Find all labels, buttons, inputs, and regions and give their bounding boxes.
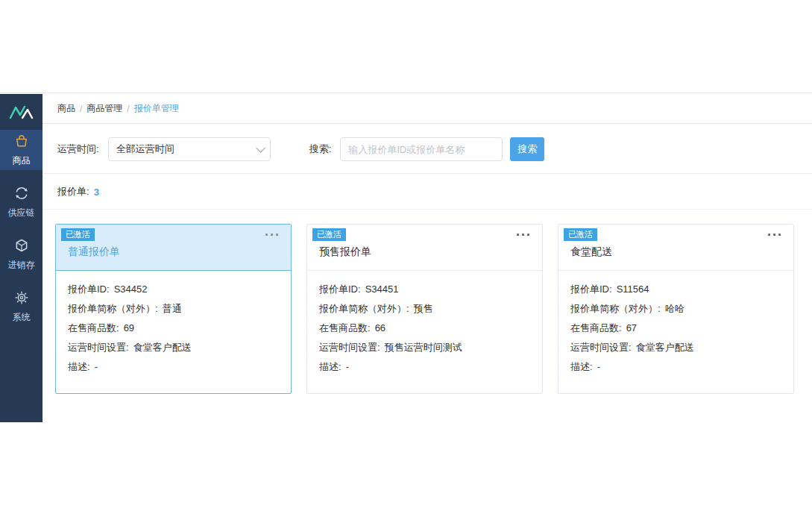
field-label: 报价单ID: — [319, 280, 361, 299]
field-operation-time: 运营时间设置: 预售运营时间测试 — [319, 338, 530, 357]
field-goods-count: 在售商品数: 69 — [68, 319, 279, 338]
search-input[interactable] — [340, 137, 503, 161]
main-content: 商品 / 商品管理 / 报价单管理 运营时间: 全部运营时间 搜索: 搜索 报价… — [43, 94, 812, 409]
field-value: - — [346, 357, 349, 377]
field-label: 报价单简称（对外）: — [68, 299, 158, 319]
field-label: 在售商品数: — [570, 319, 622, 338]
field-value: - — [95, 357, 98, 377]
breadcrumb-item-goods[interactable]: 商品 — [57, 102, 75, 115]
filter-bar: 运营时间: 全部运营时间 搜索: 搜索 — [43, 124, 812, 174]
breadcrumb-separator: / — [127, 104, 129, 114]
field-short-name: 报价单简称（对外）: 普通 — [68, 299, 279, 319]
quotation-count-row: 报价单: 3 — [43, 174, 812, 210]
operation-time-selected-value: 全部运营时间 — [116, 142, 174, 156]
card-title: 食堂配送 — [570, 245, 612, 259]
field-value: 食堂客户配送 — [636, 338, 694, 357]
sidebar-item-goods[interactable]: 商品 — [0, 130, 43, 170]
quotation-count-value: 3 — [94, 187, 99, 198]
more-options-icon[interactable]: ··· — [265, 228, 280, 243]
inventory-cube-icon — [14, 238, 29, 256]
field-value: S34452 — [114, 280, 148, 299]
field-label: 报价单ID: — [68, 280, 110, 299]
card-body: 报价单ID: S11564 报价单简称（对外）: 哈哈 在售商品数: 67 运营… — [558, 271, 793, 386]
field-goods-count: 在售商品数: 66 — [319, 319, 530, 338]
field-short-name: 报价单简称（对外）: 哈哈 — [570, 299, 781, 319]
field-value: 67 — [626, 319, 637, 338]
field-label: 运营时间设置: — [570, 338, 632, 357]
logo-icon — [9, 104, 34, 120]
field-label: 描述: — [68, 357, 90, 377]
field-label: 运营时间设置: — [68, 338, 129, 357]
operation-time-select[interactable]: 全部运营时间 — [108, 137, 271, 161]
field-label: 报价单简称（对外）: — [570, 299, 661, 319]
field-value: S11564 — [617, 280, 649, 299]
field-value: 69 — [124, 319, 134, 338]
more-options-icon[interactable]: ··· — [516, 228, 532, 243]
sidebar-item-supply-chain[interactable]: 供应链 — [0, 182, 43, 222]
search-label: 搜索: — [309, 142, 332, 156]
field-label: 在售商品数: — [319, 319, 371, 338]
field-description: 描述: - — [68, 357, 279, 377]
field-label: 报价单ID: — [570, 280, 612, 299]
sidebar-item-label: 系统 — [13, 311, 31, 324]
field-label: 描述: — [319, 357, 342, 377]
search-button[interactable]: 搜索 — [510, 137, 544, 161]
operation-time-label: 运营时间: — [57, 142, 99, 156]
sidebar: 商品 供应链 进销存 — [0, 94, 43, 422]
field-value: 普通 — [163, 299, 182, 319]
field-operation-time: 运营时间设置: 食堂客户配送 — [68, 338, 279, 357]
field-value: 食堂客户配送 — [133, 338, 192, 357]
breadcrumb: 商品 / 商品管理 / 报价单管理 — [43, 94, 812, 124]
status-badge: 已激活 — [312, 228, 346, 241]
app-window: 商品 供应链 进销存 — [0, 93, 812, 424]
field-goods-count: 在售商品数: 67 — [570, 319, 781, 338]
basket-icon — [14, 134, 29, 151]
sidebar-item-inventory[interactable]: 进销存 — [0, 234, 43, 275]
quotation-card-list: 已激活 普通报价单 ··· 报价单ID: S34452 报价单简称（对外）: 普… — [43, 210, 812, 409]
sidebar-item-label: 进销存 — [8, 259, 35, 272]
field-value: 预售 — [414, 299, 433, 319]
sidebar-item-label: 商品 — [13, 154, 31, 167]
field-description: 描述: - — [570, 357, 781, 377]
field-value: 哈哈 — [665, 299, 684, 319]
logo — [0, 94, 43, 130]
field-description: 描述: - — [319, 357, 530, 377]
quotation-card[interactable]: 已激活 预售报价单 ··· 报价单ID: S34451 报价单简称（对外）: 预… — [306, 224, 543, 394]
field-quotation-id: 报价单ID: S34451 — [319, 280, 530, 299]
status-badge: 已激活 — [564, 228, 597, 241]
card-body: 报价单ID: S34451 报价单简称（对外）: 预售 在售商品数: 66 运营… — [307, 271, 542, 386]
card-header: 已激活 普通报价单 ··· — [56, 225, 291, 271]
field-value: 预售运营时间测试 — [385, 338, 462, 357]
card-header: 已激活 预售报价单 ··· — [307, 225, 542, 271]
card-header: 已激活 食堂配送 ··· — [558, 225, 793, 271]
field-quotation-id: 报价单ID: S34452 — [68, 280, 279, 299]
breadcrumb-separator: / — [80, 104, 82, 114]
sidebar-item-label: 供应链 — [8, 207, 35, 219]
breadcrumb-item-goods-management[interactable]: 商品管理 — [86, 102, 122, 115]
field-label: 描述: — [570, 357, 593, 377]
field-label: 在售商品数: — [68, 319, 119, 338]
card-title: 普通报价单 — [68, 245, 120, 259]
supply-chain-icon — [14, 186, 29, 204]
more-options-icon[interactable]: ··· — [767, 228, 783, 243]
quotation-card[interactable]: 已激活 普通报价单 ··· 报价单ID: S34452 报价单简称（对外）: 普… — [55, 224, 292, 394]
sidebar-item-system[interactable]: 系统 — [0, 286, 43, 327]
field-value: S34451 — [365, 280, 399, 299]
card-body: 报价单ID: S34452 报价单简称（对外）: 普通 在售商品数: 69 运营… — [56, 271, 291, 386]
quotation-count-label: 报价单: — [57, 185, 89, 198]
field-label: 报价单简称（对外）: — [319, 299, 409, 319]
field-operation-time: 运营时间设置: 食堂客户配送 — [570, 338, 781, 357]
field-quotation-id: 报价单ID: S11564 — [570, 280, 781, 299]
chevron-down-icon — [256, 143, 265, 153]
card-title: 预售报价单 — [319, 245, 371, 259]
field-short-name: 报价单简称（对外）: 预售 — [319, 299, 530, 319]
field-value: - — [597, 357, 600, 377]
status-badge: 已激活 — [61, 228, 95, 241]
gear-icon — [14, 290, 29, 308]
quotation-card[interactable]: 已激活 食堂配送 ··· 报价单ID: S11564 报价单简称（对外）: 哈哈… — [558, 224, 794, 394]
breadcrumb-item-quotation-management: 报价单管理 — [134, 102, 179, 115]
field-label: 运营时间设置: — [319, 338, 380, 357]
field-value: 66 — [375, 319, 385, 338]
